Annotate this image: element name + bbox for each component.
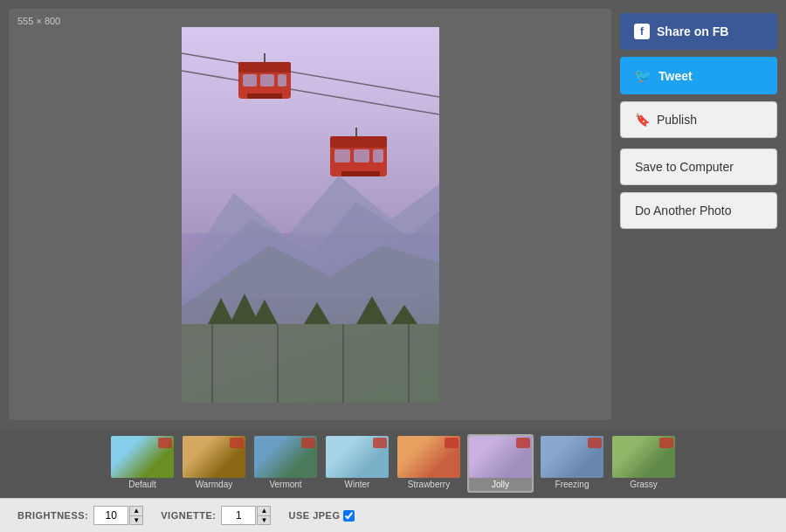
filter-thumb-vermont bbox=[254, 436, 317, 478]
filter-label-strawberry: Strawberry bbox=[408, 480, 450, 491]
publish-button[interactable]: 🔖 Publish bbox=[620, 101, 777, 138]
filter-label-jolly: Jolly bbox=[492, 480, 509, 491]
publish-label: Publish bbox=[657, 113, 697, 127]
filter-item-strawberry[interactable]: Strawberry bbox=[396, 434, 462, 493]
vignette-group: VIGNETTE: ▲ ▼ bbox=[161, 506, 271, 525]
brightness-stepper: ▲ ▼ bbox=[129, 506, 143, 525]
vignette-input-wrap: ▲ ▼ bbox=[221, 506, 271, 525]
svg-rect-15 bbox=[341, 171, 380, 176]
vignette-up[interactable]: ▲ bbox=[257, 506, 271, 515]
jpeg-group: USE JPEG bbox=[288, 510, 355, 522]
filter-thumb-jolly bbox=[469, 436, 532, 478]
brightness-label: BRIGHTNESS: bbox=[17, 510, 88, 521]
filter-item-jolly[interactable]: Jolly bbox=[467, 434, 534, 493]
svg-line-0 bbox=[182, 53, 439, 97]
filter-item-vermont[interactable]: Vermont bbox=[252, 434, 319, 493]
filter-thumb-freezing bbox=[541, 436, 603, 478]
jpeg-checkbox[interactable] bbox=[343, 510, 355, 522]
filter-item-winter[interactable]: Winter bbox=[324, 434, 390, 493]
filter-thumb-winter bbox=[326, 436, 389, 478]
filter-label-grassy: Grassy bbox=[630, 480, 658, 491]
svg-rect-13 bbox=[354, 149, 369, 162]
filter-item-default[interactable]: Default bbox=[109, 434, 176, 493]
svg-rect-11 bbox=[330, 136, 387, 148]
vignette-down[interactable]: ▼ bbox=[257, 515, 271, 525]
share-fb-button[interactable]: f Share on FB bbox=[620, 13, 777, 50]
vignette-stepper: ▲ ▼ bbox=[257, 506, 271, 525]
do-another-button[interactable]: Do Another Photo bbox=[620, 192, 777, 229]
photo-svg bbox=[182, 27, 439, 403]
vignette-input[interactable] bbox=[221, 506, 256, 525]
brightness-input-wrap: ▲ ▼ bbox=[93, 506, 143, 525]
save-label: Save to Computer bbox=[635, 160, 734, 174]
bottom-controls: BRIGHTNESS: ▲ ▼ VIGNETTE: ▲ ▼ USE JPEG bbox=[0, 498, 786, 532]
svg-rect-12 bbox=[334, 149, 350, 162]
brightness-up[interactable]: ▲ bbox=[129, 506, 143, 515]
filter-thumb-strawberry bbox=[397, 436, 460, 478]
svg-rect-19 bbox=[182, 324, 439, 403]
brightness-input[interactable] bbox=[93, 506, 128, 525]
save-button[interactable]: Save to Computer bbox=[620, 149, 777, 185]
brightness-group: BRIGHTNESS: ▲ ▼ bbox=[17, 506, 143, 525]
filter-item-grassy[interactable]: Grassy bbox=[610, 434, 677, 493]
svg-rect-8 bbox=[247, 93, 282, 99]
filter-strip: DefaultWarmdayVermontWinterStrawberryJol… bbox=[0, 429, 786, 498]
filter-label-winter: Winter bbox=[345, 480, 370, 491]
svg-line-1 bbox=[182, 71, 439, 114]
filter-label-freezing: Freezing bbox=[555, 480, 590, 491]
facebook-icon: f bbox=[634, 24, 650, 39]
vignette-label: VIGNETTE: bbox=[161, 510, 216, 521]
filter-label-default: Default bbox=[128, 480, 156, 491]
another-label: Do Another Photo bbox=[635, 204, 732, 218]
twitter-icon: 🐦 bbox=[634, 67, 652, 84]
svg-rect-5 bbox=[243, 74, 257, 86]
dimension-label: 555 × 800 bbox=[17, 16, 60, 26]
svg-rect-7 bbox=[278, 74, 286, 86]
filter-label-vermont: Vermont bbox=[269, 480, 301, 491]
filter-item-freezing[interactable]: Freezing bbox=[539, 434, 605, 493]
bookmark-icon: 🔖 bbox=[635, 113, 650, 127]
filter-thumb-warmday bbox=[183, 436, 245, 478]
sidebar: f Share on FB 🐦 Tweet 🔖 Publish Save to … bbox=[620, 9, 777, 420]
filter-thumb-grassy bbox=[612, 436, 675, 478]
filter-thumb-default bbox=[111, 436, 174, 478]
filter-item-warmday[interactable]: Warmday bbox=[181, 434, 247, 493]
jpeg-label: USE JPEG bbox=[288, 510, 340, 521]
share-fb-label: Share on FB bbox=[657, 24, 728, 38]
svg-rect-4 bbox=[238, 62, 291, 73]
tweet-label: Tweet bbox=[658, 69, 693, 83]
svg-rect-14 bbox=[373, 149, 383, 162]
filter-label-warmday: Warmday bbox=[196, 480, 232, 491]
photo-display bbox=[182, 27, 439, 403]
svg-rect-6 bbox=[260, 74, 274, 86]
brightness-down[interactable]: ▼ bbox=[129, 515, 143, 525]
tweet-button[interactable]: 🐦 Tweet bbox=[620, 57, 777, 94]
main-area: 555 × 800 bbox=[0, 0, 786, 429]
photo-panel: 555 × 800 bbox=[9, 9, 611, 420]
